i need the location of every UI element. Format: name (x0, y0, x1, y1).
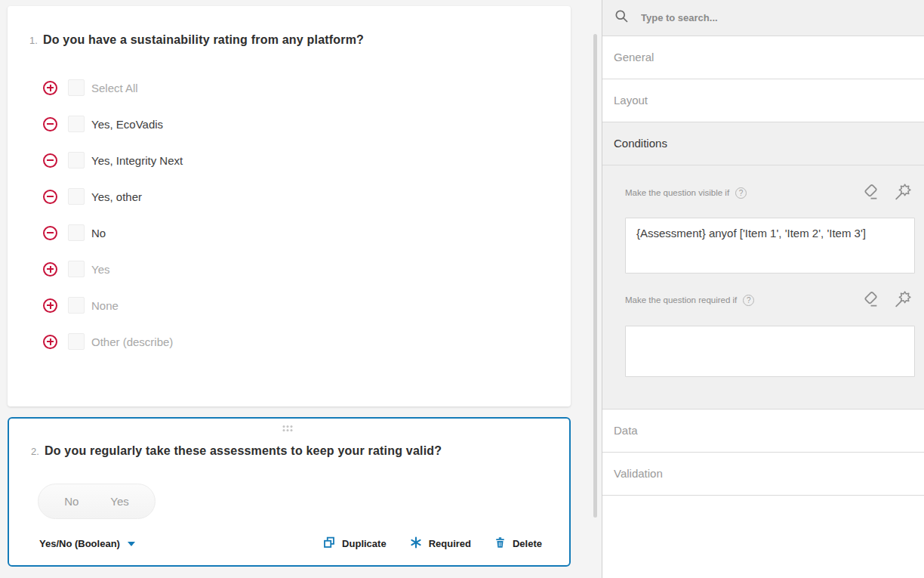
section-general[interactable]: General (602, 36, 924, 79)
visible-if-input[interactable]: {Assessment} anyof ['Item 1', 'Item 2', … (625, 218, 915, 274)
choice-label[interactable]: None (91, 299, 119, 312)
question-footer: Yes/No (Boolean) Duplicate (39, 536, 542, 552)
boolean-toggle[interactable]: No Yes (38, 484, 156, 519)
duplicate-button[interactable]: Duplicate (322, 536, 387, 552)
eraser-icon (861, 183, 879, 202)
choice-checkbox[interactable] (68, 261, 85, 277)
choice-row: Yes, EcoVadis (8, 106, 571, 142)
eraser-icon (861, 290, 879, 309)
question-number: 1. (29, 35, 43, 46)
choice-label[interactable]: Select All (91, 82, 138, 94)
section-conditions[interactable]: Conditions (602, 122, 924, 165)
choice-label[interactable]: Yes (91, 263, 109, 276)
conditions-editor: Make the question visible if ? (602, 165, 924, 410)
choice-checkbox[interactable] (68, 224, 85, 241)
toggle-option-no[interactable]: No (64, 495, 79, 508)
clear-expression-button[interactable] (860, 183, 879, 202)
search-input[interactable] (641, 12, 867, 23)
choice-label[interactable]: Other (describe) (91, 335, 173, 348)
choice-toggle-icon[interactable] (43, 262, 57, 277)
search-icon (614, 8, 630, 27)
question-header: 2. Do you regularly take these assessmen… (9, 444, 569, 458)
magic-wand-icon (893, 183, 912, 202)
question-header: 1. Do you have a sustainability rating f… (8, 33, 571, 47)
choice-row: Other (describe) (8, 323, 571, 360)
choice-toggle-icon[interactable] (43, 153, 57, 168)
required-asterisk-icon (409, 536, 423, 552)
scrollbar[interactable] (593, 34, 597, 518)
choice-checkbox[interactable] (68, 188, 85, 205)
choice-label[interactable]: Yes, other (91, 190, 142, 203)
clear-expression-button[interactable] (860, 290, 879, 310)
choice-checkbox[interactable] (68, 297, 85, 314)
choice-row: None (8, 287, 571, 323)
choice-label[interactable]: Yes, EcoVadis (91, 118, 163, 131)
section-data[interactable]: Data (602, 410, 924, 453)
choice-checkbox[interactable] (68, 333, 85, 350)
question-card-2-selected[interactable]: 2. Do you regularly take these assessmen… (8, 417, 571, 567)
required-if-row: Make the question required if ? (625, 294, 914, 306)
visible-if-row: Make the question visible if ? (625, 187, 914, 199)
required-if-label: Make the question required if (625, 295, 737, 304)
question-number: 2. (31, 446, 45, 457)
question-type-selector[interactable]: Yes/No (Boolean) (39, 538, 135, 549)
help-icon[interactable]: ? (743, 295, 754, 306)
choice-label[interactable]: No (91, 227, 106, 240)
choice-row: Select All (8, 70, 571, 106)
choice-toggle-icon[interactable] (43, 335, 57, 349)
question-type-label: Yes/No (Boolean) (39, 538, 120, 549)
magic-wand-icon (893, 290, 912, 309)
question-actions: Duplicate Required (322, 536, 542, 552)
section-validation[interactable]: Validation (602, 453, 924, 496)
visible-if-label: Make the question visible if (625, 188, 729, 197)
choice-checkbox[interactable] (68, 116, 85, 132)
duplicate-icon (322, 536, 336, 552)
property-search (602, 0, 924, 36)
choice-checkbox[interactable] (68, 79, 85, 96)
delete-button[interactable]: Delete (494, 536, 542, 552)
question-card-1[interactable]: 1. Do you have a sustainability rating f… (8, 6, 571, 406)
required-button[interactable]: Required (409, 536, 471, 552)
help-icon[interactable]: ? (735, 187, 747, 199)
toggle-option-yes[interactable]: Yes (110, 495, 128, 508)
choice-toggle-icon[interactable] (43, 226, 57, 240)
properties-panel: General Layout Conditions Make the quest… (602, 0, 924, 578)
choice-row: Yes, Integrity Next (8, 142, 571, 178)
section-layout[interactable]: Layout (602, 79, 924, 122)
choice-checkbox[interactable] (68, 152, 85, 168)
drag-handle[interactable] (283, 425, 296, 431)
choice-toggle-icon[interactable] (43, 81, 57, 95)
choice-label[interactable]: Yes, Integrity Next (91, 154, 183, 167)
question-title[interactable]: Do you have a sustainability rating from… (43, 33, 364, 47)
choice-toggle-icon[interactable] (43, 117, 57, 131)
build-expression-button[interactable] (892, 290, 912, 310)
choice-toggle-icon[interactable] (43, 298, 57, 313)
choice-list: Select All Yes, EcoVadis Yes, Integrity … (8, 70, 571, 360)
choice-row: No (8, 215, 571, 251)
build-expression-button[interactable] (892, 183, 912, 202)
required-if-input[interactable] (625, 326, 915, 377)
choice-toggle-icon[interactable] (43, 190, 57, 204)
trash-icon (494, 536, 507, 552)
choice-row: Yes (8, 251, 571, 287)
question-title[interactable]: Do you regularly take these assessments … (45, 444, 442, 458)
chevron-down-icon (128, 542, 135, 546)
choice-row: Yes, other (8, 178, 571, 215)
